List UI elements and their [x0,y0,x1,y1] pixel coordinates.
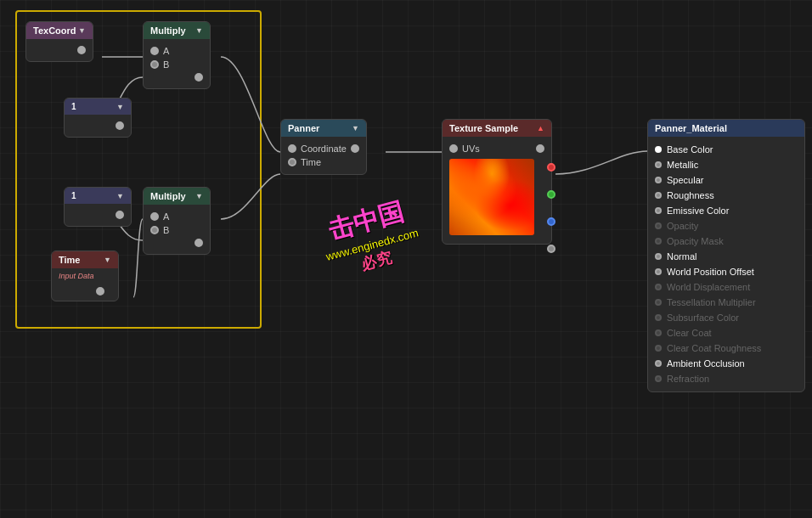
texture-r-pin [547,163,555,172]
multiply2-a-dot [150,212,159,221]
wpo-dot [655,268,662,275]
texture-expand[interactable]: ▲ [537,124,544,132]
multiply2-b-dot [150,226,159,234]
panner-title: Panner [288,123,319,133]
material-pins-container: Base Color Metallic Specular Roughness E… [648,137,804,391]
mat-pin-subsurface: Subsurface Color [648,310,804,325]
multiply1-a-pin: A [144,44,210,58]
time-node: Time ▼ Input Data [51,251,119,301]
multiply1-title: Multiply [150,25,186,36]
multiply1-header[interactable]: Multiply ▼ [144,22,210,39]
multiply2-arrow: ▼ [195,192,203,200]
texcoord-title: TexCoord [33,25,76,36]
multiply2-node: Multiply ▼ A B [143,187,211,255]
panner-time-dot [288,158,296,166]
texture-uvs-dot [449,144,458,153]
time-out-dot [96,287,104,296]
mat-pin-wd: World Displacement [648,279,804,295]
texture-uvs-pin: UVs [443,142,551,155]
subsurface-dot [655,314,662,321]
multiply2-output-pin [144,237,210,249]
mat-pin-roughness: Roughness [648,188,804,203]
mat-pin-specular: Specular [648,172,804,188]
mat-pin-ao: Ambient Occlusion [648,356,804,371]
texcoord-arrow: ▼ [78,26,86,35]
material-title: Panner_Material [655,123,727,133]
multiply2-a-pin: A [144,210,210,223]
opacity-dot [655,222,662,229]
time-subtitle: Input Data [59,272,111,280]
texcoord-node: TexCoord ▼ [25,21,93,62]
texture-b-pin [547,217,555,226]
multiply2-b-pin: B [144,223,210,237]
texture-header[interactable]: Texture Sample ▲ [443,120,551,137]
texcoord-header[interactable]: TexCoord ▼ [26,22,93,39]
texture-out-dot [536,144,544,153]
texture-title: Texture Sample [449,123,518,133]
const2-out-dot [116,211,124,219]
watermark-line2: www.enginedx.com [324,226,420,262]
const1-output-pin [65,120,131,132]
multiply1-b-pin: B [144,58,210,71]
ao-dot [655,360,662,367]
const1-title: 1 [71,102,76,111]
const2-arrow: ▼ [116,192,124,200]
mat-pin-clearcoat: Clear Coat [648,325,804,341]
const1-arrow: ▼ [116,103,124,111]
multiply1-output-pin [144,71,210,83]
time-arrow: ▼ [104,256,111,264]
mat-pin-opacity-mask: Opacity Mask [648,234,804,249]
mat-pin-base-color: Base Color [648,142,804,157]
ccr-dot [655,345,662,352]
multiply1-b-dot [150,60,159,69]
watermark-line1: 击中国 [316,193,417,251]
time-header[interactable]: Time ▼ [52,251,118,268]
const2-node: 1 ▼ [64,187,132,227]
multiply1-a-dot [150,47,159,55]
mat-pin-refraction: Refraction [648,371,804,386]
mat-pin-ccr: Clear Coat Roughness [648,341,804,356]
watermark: 击中国 www.enginedx.com 必究 [316,193,426,283]
texcoord-output-pin [26,44,93,56]
watermark-line3: 必究 [328,239,425,283]
texture-sample-node: Texture Sample ▲ UVs [442,119,552,245]
const1-header[interactable]: 1 ▼ [65,99,131,115]
panner-arrow: ▼ [352,124,359,132]
normal-dot [655,253,662,260]
multiply2-header[interactable]: Multiply ▼ [144,188,210,205]
panner-coord-pin: Coordinate [281,142,366,155]
const2-header[interactable]: 1 ▼ [65,188,131,204]
time-output-pin [59,285,111,297]
multiply1-out-dot [195,73,203,82]
opacity-mask-dot [655,238,662,245]
panner-header[interactable]: Panner ▼ [281,120,366,137]
emissive-dot [655,207,662,214]
texcoord-out-dot [77,46,86,54]
panner-node: Panner ▼ Coordinate Time [280,119,367,175]
mat-pin-wpo: World Position Offset [648,264,804,279]
texture-preview [449,159,534,235]
panner-time-pin: Time [281,155,366,169]
multiply2-title: Multiply [150,191,186,201]
time-title: Time [59,255,80,265]
texture-g-pin [547,190,555,199]
clearcoat-dot [655,329,662,336]
multiply1-arrow: ▼ [195,26,203,35]
wd-dot [655,284,662,290]
const1-out-dot [116,121,124,130]
mat-pin-normal: Normal [648,249,804,264]
material-node: Panner_Material Base Color Metallic Spec… [647,119,805,392]
tess-dot [655,299,662,306]
material-header[interactable]: Panner_Material [648,120,804,137]
multiply1-node: Multiply ▼ A B [143,21,211,89]
roughness-dot [655,192,662,199]
mat-pin-opacity: Opacity [648,218,804,234]
mat-pin-tess: Tessellation Multiplier [648,295,804,310]
mat-pin-metallic: Metallic [648,157,804,172]
const1-node: 1 ▼ [64,98,132,138]
const2-output-pin [65,209,131,221]
metallic-dot [655,161,662,168]
panner-coord-out-dot [351,144,359,153]
refraction-dot [655,375,662,382]
texture-a-pin [547,245,555,253]
